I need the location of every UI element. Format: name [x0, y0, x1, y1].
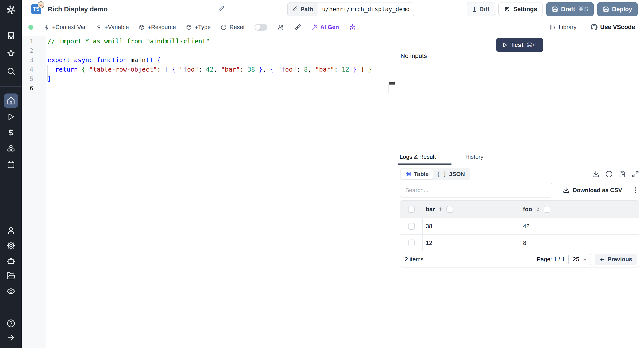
code-line[interactable]	[48, 84, 389, 93]
edit-summary-pencil-icon[interactable]	[218, 6, 225, 12]
folders-icon[interactable]	[6, 272, 16, 280]
overview-ruler[interactable]	[389, 36, 395, 348]
result-content: Table { } JSON	[395, 165, 644, 348]
row-select-cell	[400, 218, 422, 234]
schedules-calendar-icon[interactable]	[6, 160, 16, 169]
sort-icon[interactable]	[438, 207, 443, 212]
package-icon	[139, 24, 145, 30]
search-icon[interactable]	[6, 67, 16, 76]
search-input[interactable]	[400, 183, 552, 198]
download-csv-label: Download as CSV	[573, 187, 622, 194]
runs-play-icon[interactable]	[6, 112, 16, 121]
audit-eye-icon[interactable]	[6, 287, 16, 296]
view-toggle-json[interactable]: { } JSON	[433, 169, 469, 179]
column-filter-checkbox[interactable]	[544, 206, 550, 213]
cell-foo: 42	[520, 218, 639, 234]
code-line[interactable]: return { "table-row-object": [ { "foo": …	[48, 65, 389, 74]
code-line[interactable]: // import * as wmill from "windmill-clie…	[48, 37, 389, 46]
deploy-button[interactable]: Deploy	[597, 2, 638, 16]
previous-page-button[interactable]: Previous	[594, 254, 636, 265]
library-button[interactable]: Library	[550, 24, 576, 31]
library-label: Library	[558, 24, 576, 31]
select-all-cell	[400, 206, 422, 213]
line-number[interactable]: 3	[22, 56, 46, 65]
settings-gear-icon[interactable]	[6, 241, 16, 250]
code-line[interactable]: export async function main() {	[48, 56, 389, 65]
expand-sidebar-arrow-icon[interactable]	[6, 333, 16, 342]
column-header-bar[interactable]: bar	[422, 206, 520, 213]
view-toggle-table[interactable]: Table	[401, 169, 433, 179]
draft-label: Draft	[561, 6, 575, 13]
windmill-logo[interactable]	[5, 4, 17, 16]
column-filter-checkbox[interactable]	[446, 206, 453, 213]
add-variable-button[interactable]: +Variable	[96, 24, 129, 31]
draft-button[interactable]: Draft ⌘S	[546, 2, 594, 16]
ai-gen-button[interactable]: AI Gen	[311, 24, 339, 31]
page-size-select[interactable]: 25	[568, 254, 591, 265]
windmill-app: TS Rich Display demo Path u/henri/rich_d…	[0, 0, 644, 348]
kebab-menu-icon[interactable]	[632, 186, 639, 194]
resources-boxes-icon[interactable]	[6, 144, 16, 153]
code-pane[interactable]: // import * as wmill from "windmill-clie…	[46, 36, 389, 348]
row-checkbox[interactable]	[408, 240, 415, 246]
favorites-star-icon[interactable]	[6, 49, 16, 58]
info-icon[interactable]	[605, 170, 613, 178]
wand-icon	[311, 24, 318, 30]
test-button[interactable]: Test ⌘↵	[496, 38, 543, 52]
download-csv-button[interactable]: Download as CSV	[563, 187, 622, 194]
ai-gen-label: AI Gen	[320, 24, 339, 31]
reset-button[interactable]: Reset	[220, 24, 245, 31]
variables-dollar-icon[interactable]	[6, 128, 16, 137]
use-vscode-button[interactable]: Use VScode	[591, 24, 635, 31]
settings-button[interactable]: Settings	[498, 2, 543, 16]
sort-icon[interactable]	[535, 207, 540, 212]
page-title: Rich Display demo	[48, 5, 108, 13]
reset-icon	[220, 24, 227, 30]
assistant-toggle[interactable]	[254, 24, 268, 31]
add-context-var-button[interactable]: +Context Var	[43, 24, 86, 31]
workers-robot-icon[interactable]	[6, 256, 16, 265]
line-number[interactable]: 1	[22, 37, 46, 46]
table-row: 3842	[400, 218, 639, 234]
diff-button[interactable]: ± Diff	[467, 2, 495, 16]
add-resource-button[interactable]: +Resource	[139, 24, 176, 31]
code-editor[interactable]: 123456 // import * as wmill from "windmi…	[22, 36, 395, 348]
tab-history[interactable]: History	[464, 149, 485, 164]
sidebar-item-home[interactable]	[4, 94, 18, 108]
diff-label: Diff	[479, 6, 489, 13]
save-icon	[603, 6, 609, 12]
path-label-segment[interactable]: Path	[288, 2, 318, 16]
copy-result-icon[interactable]	[618, 170, 626, 178]
line-number[interactable]: 2	[22, 46, 46, 56]
line-number[interactable]: 5	[22, 74, 46, 84]
users-icon[interactable]	[277, 24, 284, 31]
tab-logs-result[interactable]: Logs & Result	[398, 149, 452, 164]
sparkles-icon[interactable]	[349, 24, 356, 31]
user-icon[interactable]	[6, 226, 16, 235]
path-field[interactable]: Path u/henri/rich_display_demo	[287, 2, 414, 16]
row-checkbox[interactable]	[408, 223, 415, 230]
column-label-bar: bar	[426, 206, 435, 213]
column-header-foo[interactable]: foo	[520, 206, 639, 213]
previous-label: Previous	[608, 256, 632, 263]
draft-shortcut: ⌘S	[578, 6, 588, 13]
json-view-label: JSON	[449, 171, 465, 178]
expand-result-icon[interactable]	[632, 170, 639, 178]
line-number[interactable]: 4	[22, 65, 46, 74]
select-all-checkbox[interactable]	[408, 206, 415, 213]
line-number[interactable]: 6	[22, 84, 46, 93]
code-line[interactable]	[48, 46, 389, 56]
script-emoji-icon	[37, 0, 45, 8]
workspace-building-icon[interactable]	[6, 31, 16, 40]
format-brush-icon[interactable]	[294, 24, 302, 31]
test-shortcut: ⌘↵	[526, 42, 537, 48]
path-value: u/henri/rich_display_demo	[318, 2, 414, 16]
column-label-foo: foo	[523, 206, 532, 213]
add-resource-label: +Resource	[148, 24, 176, 31]
code-line[interactable]: }	[48, 74, 389, 84]
typescript-badge[interactable]: TS	[31, 4, 41, 14]
download-result-icon[interactable]	[592, 170, 600, 178]
result-actions	[592, 170, 639, 178]
add-type-button[interactable]: +Type	[186, 24, 211, 31]
help-icon[interactable]	[6, 319, 16, 328]
